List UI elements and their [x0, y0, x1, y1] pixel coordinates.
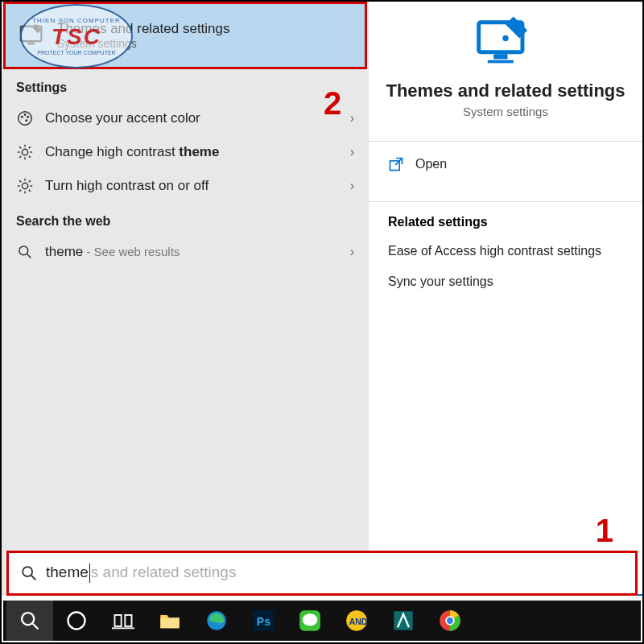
settings-item-toggle-high-contrast[interactable]: Turn high contrast on or off › — [2, 169, 369, 203]
svg-line-24 — [29, 180, 31, 182]
svg-point-5 — [27, 116, 29, 118]
svg-line-26 — [27, 254, 31, 258]
svg-point-33 — [23, 567, 32, 576]
svg-text:AND: AND — [349, 617, 368, 626]
palette-icon — [16, 109, 34, 127]
related-item-ease-of-access[interactable]: Ease of Access high contrast settings — [369, 236, 642, 266]
svg-line-12 — [19, 147, 21, 148]
svg-point-7 — [22, 149, 27, 155]
search-icon — [20, 564, 38, 582]
taskbar-app-teal[interactable] — [380, 601, 427, 641]
search-icon — [19, 609, 41, 632]
settings-item-label: Change high contrast theme — [45, 144, 219, 160]
task-view-icon — [112, 609, 134, 632]
search-input[interactable]: themes and related settings — [6, 551, 638, 596]
taskbar-task-view[interactable] — [100, 601, 147, 641]
chevron-right-icon: › — [350, 145, 354, 159]
best-match-result[interactable]: Themes and related settings System setti… — [3, 2, 367, 69]
taskbar-start-search[interactable] — [6, 601, 53, 641]
paintbrush-monitor-icon — [19, 22, 46, 49]
chevron-right-icon: › — [350, 245, 354, 259]
svg-point-6 — [25, 119, 27, 122]
open-external-icon — [388, 156, 404, 172]
svg-line-15 — [29, 147, 31, 148]
settings-item-label: Choose your accent color — [45, 110, 200, 126]
svg-line-22 — [29, 190, 31, 192]
svg-line-14 — [19, 156, 21, 158]
svg-rect-1 — [27, 43, 35, 45]
svg-line-21 — [19, 180, 21, 182]
edge-icon — [205, 609, 228, 632]
best-match-subtitle: System settings — [57, 37, 230, 50]
svg-point-35 — [22, 613, 34, 625]
photoshop-icon: Ps — [252, 609, 275, 632]
line-icon — [299, 609, 321, 632]
taskbar-chrome[interactable] — [427, 601, 473, 641]
taskbar: Ps AND — [3, 601, 641, 641]
chrome-icon — [439, 609, 461, 632]
svg-point-37 — [68, 613, 85, 630]
web-section-header: Search the web — [2, 203, 369, 235]
square-app-icon — [392, 609, 415, 632]
svg-point-4 — [24, 114, 27, 116]
related-item-sync-settings[interactable]: Sync your settings — [369, 266, 642, 297]
preview-title: Themes and related settings — [377, 80, 634, 101]
taskbar-cortana[interactable] — [53, 601, 100, 641]
taskbar-edge[interactable] — [193, 601, 240, 641]
web-result-label: theme - See web results — [45, 244, 180, 260]
folder-icon — [159, 609, 181, 632]
circle-app-icon: AND — [345, 609, 368, 632]
svg-point-3 — [21, 116, 23, 118]
web-result-theme[interactable]: theme - See web results › — [2, 235, 369, 269]
svg-text:Ps: Ps — [257, 615, 270, 628]
svg-point-30 — [502, 35, 508, 41]
cortana-icon — [65, 609, 88, 632]
taskbar-file-explorer[interactable] — [147, 601, 193, 641]
svg-point-52 — [447, 617, 453, 624]
svg-rect-39 — [125, 615, 131, 626]
svg-line-23 — [19, 190, 21, 192]
chevron-right-icon: › — [350, 179, 354, 193]
brightness-icon — [16, 143, 34, 161]
taskbar-photoshop[interactable]: Ps — [240, 601, 287, 641]
svg-rect-28 — [493, 54, 507, 59]
taskbar-app-yellow[interactable]: AND — [333, 601, 380, 641]
svg-point-16 — [22, 183, 27, 188]
settings-section-header: Settings — [2, 69, 369, 101]
search-text: themes and related settings — [46, 564, 236, 583]
settings-item-change-contrast-theme[interactable]: Change high contrast theme › — [2, 135, 369, 169]
svg-rect-29 — [488, 60, 514, 64]
svg-line-13 — [29, 156, 31, 158]
svg-line-36 — [33, 624, 39, 630]
open-label: Open — [415, 157, 447, 171]
paintbrush-monitor-icon — [476, 16, 535, 64]
chevron-right-icon: › — [350, 111, 354, 126]
preview-subtitle: System settings — [377, 105, 634, 118]
svg-rect-38 — [115, 615, 122, 626]
taskbar-line[interactable] — [287, 601, 333, 641]
brightness-icon — [16, 177, 34, 195]
svg-line-34 — [31, 576, 36, 580]
annotation-number-2: 2 — [324, 85, 341, 122]
annotation-number-1: 1 — [596, 513, 613, 549]
svg-rect-41 — [160, 618, 179, 629]
best-match-title: Themes and related settings — [57, 21, 230, 37]
settings-item-accent-color[interactable]: Choose your accent color › — [2, 101, 369, 135]
search-icon — [16, 243, 34, 261]
open-button[interactable]: Open — [369, 142, 642, 187]
related-settings-header: Related settings — [369, 202, 642, 236]
settings-item-label: Turn high contrast on or off — [45, 178, 208, 194]
svg-point-25 — [19, 246, 28, 255]
svg-point-46 — [303, 613, 318, 625]
